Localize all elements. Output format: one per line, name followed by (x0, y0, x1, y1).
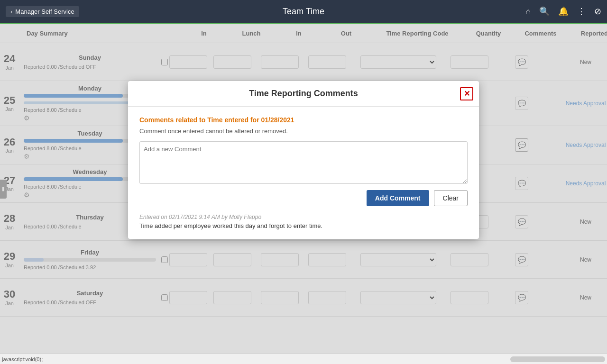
comment-heading: Comments related to Time entered for 01/… (139, 116, 468, 124)
modal-body: Comments related to Time entered for 01/… (128, 107, 479, 239)
add-comment-button[interactable]: Add Comment (367, 190, 429, 206)
nav-icons: ⌂ 🔍 🔔 ⋮ ⊘ (525, 6, 601, 17)
modal-actions: Add Comment Clear (139, 190, 468, 206)
home-icon[interactable]: ⌂ (525, 7, 531, 17)
back-label: Manager Self Service (15, 8, 74, 15)
search-icon[interactable]: 🔍 (539, 6, 550, 17)
modal-header: Time Reporting Comments ✕ (128, 81, 479, 107)
page-title: Team Time (283, 7, 324, 17)
clear-button[interactable]: Clear (434, 190, 468, 206)
bottom-bar: javascript:void(0); (0, 354, 607, 364)
block-icon[interactable]: ⊘ (594, 6, 601, 17)
top-nav: ‹ Manager Self Service Team Time ⌂ 🔍 🔔 ⋮… (0, 0, 607, 23)
comment-note: Comment once entered cannot be altered o… (139, 127, 468, 135)
url-text: javascript:void(0); (2, 356, 43, 362)
modal-close-button[interactable]: ✕ (460, 87, 473, 100)
main-content: ▮ Day Summary In Lunch In Out Time Repor… (0, 24, 607, 354)
modal-dialog: Time Reporting Comments ✕ Comments relat… (128, 81, 479, 239)
back-icon: ‹ (10, 8, 12, 15)
more-vert-icon[interactable]: ⋮ (577, 6, 586, 17)
existing-comment-meta: Entered on 02/17/2021 9:14 AM by Molly F… (139, 214, 468, 220)
comment-textarea[interactable] (139, 141, 468, 184)
bell-icon[interactable]: 🔔 (558, 6, 569, 17)
modal-overlay: Time Reporting Comments ✕ Comments relat… (0, 24, 607, 354)
modal-title: Time Reporting Comments (249, 89, 358, 98)
back-button[interactable]: ‹ Manager Self Service (6, 6, 79, 17)
existing-comment-text: Time added per employee worked this day … (139, 222, 468, 229)
